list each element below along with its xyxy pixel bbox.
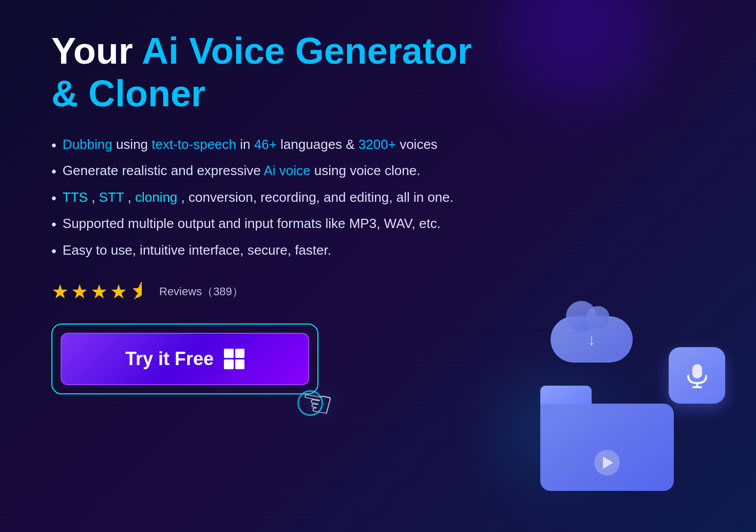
illustration-container: ↓	[509, 316, 725, 511]
feature-part: languages &	[280, 137, 358, 152]
feature-text-5: Easy to use, intuitive interface, secure…	[63, 242, 331, 258]
feature-part: text-to-speech	[152, 137, 236, 152]
folder-illustration	[540, 388, 674, 491]
feature-part: using voice clone.	[314, 163, 421, 178]
feature-part: , conversion, recording, and editing, al…	[181, 189, 453, 205]
feature-item-5: Easy to use, intuitive interface, secure…	[51, 242, 705, 260]
star-3: ★	[90, 280, 108, 303]
cloud-download-illustration: ↓	[551, 316, 643, 363]
windows-icon-piece-tl	[224, 349, 234, 358]
stars-section: ★ ★ ★ ★ ⯨ Reviews（389）	[51, 280, 705, 303]
windows-icon	[224, 349, 244, 369]
try-it-free-button[interactable]: Try it Free	[61, 333, 309, 385]
feature-part: cloning	[135, 189, 177, 205]
play-triangle-icon	[603, 457, 613, 469]
feature-part: ,	[91, 189, 99, 205]
feature-item-3: TTS , STT , cloning , conversion, record…	[51, 189, 705, 207]
cloud-shape: ↓	[551, 316, 633, 363]
feature-part: Generate realistic and expressive	[63, 163, 264, 178]
star-rating: ★ ★ ★ ★ ⯨	[51, 280, 149, 303]
feature-item-1: Dubbing using text-to-speech in 46+ lang…	[51, 137, 705, 154]
feature-part: voices	[400, 137, 438, 152]
feature-part: STT	[99, 189, 124, 205]
svg-rect-0	[692, 364, 702, 378]
windows-icon-piece-tr	[235, 349, 245, 358]
cursor-container: ☞	[300, 382, 333, 424]
mic-card-illustration	[669, 347, 725, 404]
feature-part: TTS	[63, 189, 88, 205]
windows-icon-piece-br	[235, 359, 245, 369]
download-arrow-icon: ↓	[588, 330, 596, 349]
title-prefix: Your	[51, 30, 142, 71]
star-2: ★	[71, 280, 88, 303]
main-container: Your Ai Voice Generator & Cloner Dubbing…	[0, 0, 756, 532]
feature-text-3: TTS , STT , cloning , conversion, record…	[63, 189, 453, 205]
windows-icon-piece-bl	[224, 359, 234, 369]
feature-part: 46+	[254, 137, 277, 152]
feature-part: using	[116, 137, 152, 152]
star-1: ★	[51, 280, 69, 303]
feature-part: in	[240, 137, 254, 152]
cta-outer-box: Try it Free ☞	[51, 324, 318, 394]
feature-part: 3200+	[358, 137, 396, 152]
folder-play-icon	[594, 450, 620, 476]
star-5-half: ⯨	[129, 280, 149, 303]
features-list: Dubbing using text-to-speech in 46+ lang…	[51, 137, 705, 260]
feature-text-2: Generate realistic and expressive Ai voi…	[63, 163, 421, 179]
feature-item-2: Generate realistic and expressive Ai voi…	[51, 163, 705, 180]
star-4: ★	[110, 280, 127, 303]
cta-button-label: Try it Free	[125, 348, 214, 370]
title-highlight: Ai Voice Generator	[142, 30, 472, 71]
feature-text-4: Supported multiple output and input form…	[63, 216, 441, 232]
microphone-icon	[683, 362, 711, 390]
feature-part: Dubbing	[63, 137, 112, 152]
folder-tab	[540, 386, 592, 404]
cursor-hand-icon: ☞	[297, 379, 336, 427]
reviews-count: Reviews（389）	[159, 284, 243, 299]
folder-body	[540, 404, 674, 491]
feature-part: ,	[127, 189, 135, 205]
feature-part: Ai voice	[263, 163, 310, 178]
feature-text-1: Dubbing using text-to-speech in 46+ lang…	[63, 137, 438, 153]
feature-item-4: Supported multiple output and input form…	[51, 216, 705, 233]
